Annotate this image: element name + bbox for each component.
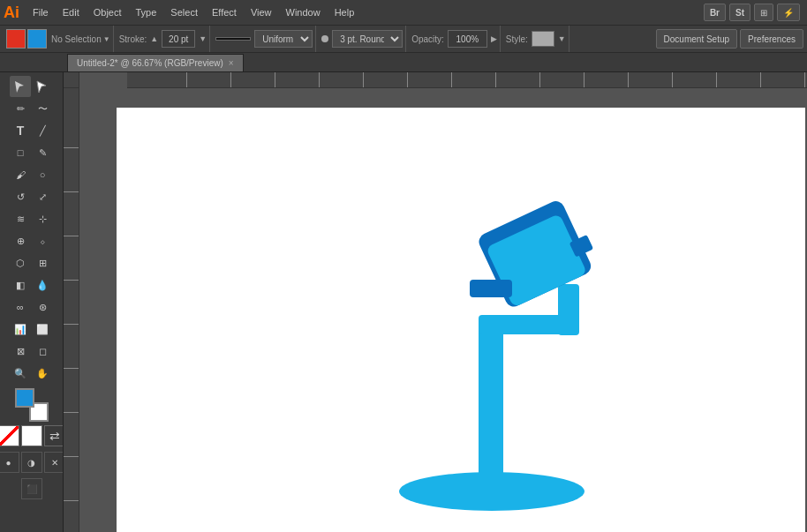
options-toolbar: No Selection ▼ Stroke: ▲ ▼ Uniform 3 pt.… (0, 25, 807, 53)
none-icon[interactable]: ✕ (44, 452, 64, 473)
shape-builder-tool[interactable]: ⊕ (10, 230, 31, 251)
tool-row-7: ≋ ⊹ (10, 208, 53, 229)
ruler-h-bg (143, 72, 807, 87)
menu-view[interactable]: View (245, 4, 278, 21)
opacity-input[interactable] (448, 30, 487, 48)
rectangle-tool[interactable]: □ (10, 142, 31, 163)
ruler-vertical (64, 88, 79, 532)
gpu-icon[interactable]: ⚡ (777, 4, 800, 21)
stroke-value-input[interactable] (162, 30, 195, 48)
document-tab[interactable]: Untitled-2* @ 66.67% (RGB/Preview) × (67, 54, 244, 71)
tool-row-10: ◧ 💧 (10, 274, 53, 296)
artboard-tool[interactable]: ⬜ (32, 318, 53, 340)
ruler-horizontal (127, 72, 807, 88)
perspective-grid-tool[interactable]: ⬡ (10, 252, 31, 273)
menu-effect[interactable]: Effect (206, 4, 243, 21)
direct-selection-tool[interactable] (32, 76, 53, 97)
symbol-sprayer-tool[interactable]: ⊛ (32, 296, 53, 318)
menu-bar: Ai File Edit Object Type Select Effect V… (0, 0, 807, 25)
main-area: ✏ 〜 T ╱ □ ✎ 🖌 ○ ↺ ⤢ ≋ ⊹ ⊕ ⬦ ⬡ ⊞ (0, 72, 807, 532)
pencil-tool[interactable]: ✎ (32, 142, 53, 163)
curvature-tool[interactable]: 〜 (32, 98, 53, 119)
svg-rect-7 (470, 280, 512, 297)
svg-rect-1 (479, 319, 503, 491)
ruler-corner (64, 72, 79, 88)
tool-row-13: ⊠ ◻ (10, 341, 53, 362)
grid-icon[interactable]: ⊞ (754, 4, 773, 21)
stroke-down-arrow[interactable]: ▼ (199, 34, 207, 43)
fill-color-swatch[interactable] (6, 29, 26, 49)
menu-object[interactable]: Object (87, 4, 128, 21)
opacity-label: Opacity: (411, 34, 444, 44)
stroke-style-group: Uniform (213, 26, 316, 52)
stroke-preview (215, 37, 251, 41)
paintbrush-tool[interactable]: 🖌 (10, 164, 31, 185)
opacity-group: Opacity: ▶ (409, 26, 501, 52)
stroke-label: Stroke: (119, 34, 147, 44)
tab-bar: Untitled-2* @ 66.67% (RGB/Preview) × (0, 53, 807, 72)
selection-tool[interactable] (10, 76, 31, 97)
preferences-button[interactable]: Preferences (740, 29, 803, 49)
fill-indicator[interactable] (15, 388, 34, 408)
ruler-v-bg (64, 104, 79, 532)
tab-title: Untitled-2* @ 66.67% (RGB/Preview) (77, 58, 223, 68)
opacity-arrow[interactable]: ▶ (491, 34, 497, 43)
tool-row-9: ⬡ ⊞ (10, 252, 53, 273)
white-color-button[interactable] (21, 425, 42, 446)
artboard-icon-row: ⬛ (21, 478, 42, 499)
tool-row-5: 🖌 ○ (10, 164, 53, 185)
menu-window[interactable]: Window (280, 4, 327, 21)
column-graph-tool[interactable]: 📊 (10, 318, 31, 340)
menu-file[interactable]: File (26, 4, 55, 21)
warp-tool[interactable]: ≋ (10, 208, 31, 229)
slice-tool[interactable]: ⊠ (10, 341, 31, 362)
tab-close-button[interactable]: × (229, 58, 234, 68)
tool-row-3: T ╱ (10, 120, 53, 141)
text-tool[interactable]: T (10, 120, 31, 141)
color-buttons-row: ⇄ (0, 425, 64, 446)
gradient-icon[interactable]: ◑ (21, 452, 42, 473)
hand-tool[interactable]: ✋ (32, 363, 53, 384)
menu-edit[interactable]: Edit (57, 4, 86, 21)
lamp-illustration (364, 143, 646, 522)
swap-colors-button[interactable]: ⇄ (44, 425, 64, 446)
tool-row-2: ✏ 〜 (10, 98, 53, 119)
fill-stroke-stack (15, 388, 49, 422)
mesh-tool[interactable]: ⊞ (32, 252, 53, 273)
menu-select[interactable]: Select (164, 4, 204, 21)
menu-help[interactable]: Help (328, 4, 361, 21)
svg-rect-3 (558, 284, 579, 335)
stock-icon[interactable]: St (729, 4, 750, 21)
stroke-cap-select[interactable]: 3 pt. Round (332, 30, 403, 48)
tool-row-1 (10, 76, 53, 97)
stroke-up-arrow[interactable]: ▲ (150, 34, 158, 43)
zoom-tool[interactable]: 🔍 (10, 363, 31, 384)
bridge-icon[interactable]: Br (704, 4, 726, 21)
stroke-style-select[interactable]: Uniform (254, 30, 313, 48)
pen-tool[interactable]: ✏ (10, 98, 31, 119)
tool-row-12: 📊 ⬜ (10, 318, 53, 340)
tool-colors: ⇄ ● ◑ ✕ ⬛ (0, 388, 64, 499)
rotate-tool[interactable]: ↺ (10, 186, 31, 207)
blob-brush-tool[interactable]: ○ (32, 164, 53, 185)
artboard-nav-icon[interactable]: ⬛ (21, 478, 42, 499)
color-icon[interactable]: ● (0, 452, 19, 473)
scale-tool[interactable]: ⤢ (32, 186, 53, 207)
tool-row-4: □ ✎ (10, 142, 53, 163)
eyedropper-tool[interactable]: 💧 (32, 274, 53, 296)
free-transform-tool[interactable]: ⊹ (32, 208, 53, 229)
stroke-color-swatch[interactable] (27, 29, 47, 49)
blend-tool[interactable]: ∞ (10, 296, 31, 318)
document-setup-button[interactable]: Document Setup (656, 29, 738, 49)
tool-row-6: ↺ ⤢ (10, 186, 53, 207)
canvas-area (64, 72, 807, 532)
none-color-button[interactable] (0, 425, 19, 446)
live-paint-tool[interactable]: ⬦ (32, 230, 53, 251)
eraser-tool[interactable]: ◻ (32, 341, 53, 362)
no-selection-dropdown[interactable]: ▼ (103, 35, 110, 43)
style-dropdown[interactable]: ▼ (558, 34, 566, 43)
gradient-tool[interactable]: ◧ (10, 274, 31, 296)
line-tool[interactable]: ╱ (32, 120, 53, 141)
menu-type[interactable]: Type (130, 4, 163, 21)
stroke-group: Stroke: ▲ ▼ (117, 26, 211, 52)
